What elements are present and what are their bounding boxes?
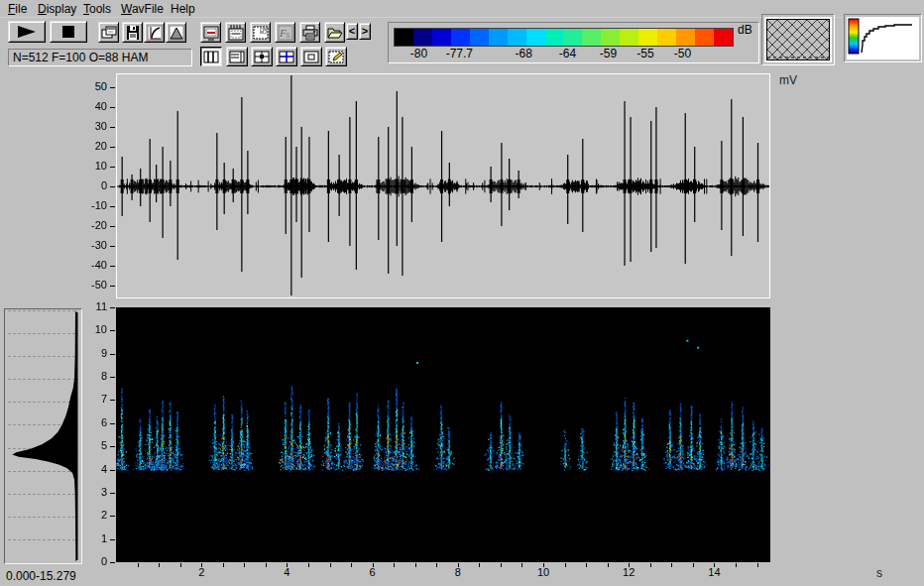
monitor-red-icon	[203, 25, 219, 41]
axis-tick	[757, 563, 758, 567]
layout-quad-button[interactable]	[251, 47, 273, 66]
transfer-curve-button[interactable]	[144, 22, 165, 43]
axis-tick	[436, 563, 437, 567]
colorbar-segment	[601, 29, 620, 46]
spectrogram-xtick-label: 10	[534, 566, 552, 578]
waveform-ytick-label: -40	[79, 259, 107, 271]
axis-tick	[671, 563, 672, 567]
time-range-label: 0.000-15.279	[6, 569, 76, 583]
colorbar-segment	[563, 29, 582, 46]
axis-tick	[650, 563, 651, 567]
axis-tick	[110, 266, 115, 267]
print-icon	[302, 25, 318, 41]
spectrogram-xtick-label: 4	[278, 566, 295, 578]
menu-help[interactable]: Help	[169, 2, 202, 16]
scroll-left-button[interactable]: <	[346, 23, 358, 40]
spectrogram-display[interactable]	[116, 307, 770, 562]
fs-icon: Fs	[278, 25, 293, 41]
shaded-region-button[interactable]	[250, 22, 271, 43]
menu-wavfile[interactable]: WavFile	[119, 2, 173, 16]
waveform-ytick-label: 30	[79, 120, 107, 132]
menu-file[interactable]: File	[6, 2, 36, 16]
colorbar-segment	[620, 29, 638, 46]
colorbar-tick-label: -50	[674, 47, 691, 60]
axis-tick	[565, 563, 566, 567]
menu-display[interactable]: Display	[36, 2, 83, 16]
layout-inner-box-icon	[303, 50, 319, 64]
colorbar-tick-label: -68	[515, 47, 531, 60]
scroll-right-button[interactable]: >	[359, 23, 371, 40]
axis-tick	[110, 539, 115, 540]
axis-tick	[330, 563, 331, 567]
layout-top-rows-button[interactable]	[226, 47, 248, 66]
spectrum-peak-icon	[169, 25, 184, 41]
axis-tick	[394, 563, 395, 567]
colorbar-segment	[676, 29, 695, 46]
axis-tick	[521, 563, 522, 567]
colorbar-segment	[582, 29, 601, 46]
spectrogram-ytick-label: 4	[79, 463, 107, 475]
colorbar-segment	[432, 29, 451, 46]
spectrogram-ytick-label: 0	[79, 555, 107, 567]
axis-tick	[308, 563, 309, 567]
axis-tick	[110, 87, 115, 88]
overview-hatch-panel[interactable]	[761, 14, 835, 65]
axis-tick	[110, 516, 115, 517]
colorbar-tick-label: -77.7	[446, 47, 473, 60]
layout-inner-box-button[interactable]	[300, 47, 322, 66]
waveform-ytick-label: 10	[79, 160, 107, 172]
overview-hatch-area	[766, 19, 830, 60]
colorbar-segment	[695, 29, 714, 46]
spectrum-histogram-display	[6, 310, 80, 562]
axis-tick	[693, 563, 694, 567]
colorbar-segment	[470, 29, 489, 46]
colorbar-segment	[526, 29, 545, 46]
menu-tools[interactable]: Tools	[81, 2, 121, 16]
colorbar-segment	[413, 29, 432, 46]
axis-tick	[110, 470, 115, 471]
waveform-ytick-label: 40	[79, 100, 107, 112]
axis-tick	[110, 186, 115, 187]
print-button[interactable]	[299, 22, 320, 43]
colorbar-segment	[489, 29, 508, 46]
cascade-windows-button[interactable]	[98, 22, 119, 43]
edit-note-button[interactable]	[325, 47, 347, 66]
axis-tick	[586, 563, 587, 567]
axis-tick	[110, 286, 115, 287]
stop-icon	[61, 25, 75, 39]
checker-box-icon	[253, 25, 269, 41]
sampling-rate-button[interactable]: Fs	[275, 22, 295, 43]
stop-button[interactable]	[50, 21, 87, 43]
spectrogram-ytick-label: 8	[79, 370, 107, 382]
spectrogram-ytick-label: 2	[79, 509, 107, 521]
axis-tick	[110, 307, 115, 308]
spectrogram-options-button[interactable]	[225, 22, 246, 43]
axis-tick	[159, 563, 160, 567]
colorbar-tick-label: -64	[559, 47, 576, 60]
axis-tick	[110, 127, 115, 128]
colormap-curve-panel[interactable]	[844, 14, 922, 62]
fft-status-box: N=512 F=100 O=88 HAM	[8, 49, 192, 66]
waveform-display[interactable]	[117, 74, 769, 297]
chevron-right-icon: >	[362, 26, 368, 37]
spectrum-peak-button[interactable]	[166, 22, 186, 43]
layout-quad-cross-button[interactable]	[276, 47, 297, 66]
play-button[interactable]	[8, 21, 46, 43]
colorbar-tick-label: -59	[600, 47, 617, 60]
colorbar-segment	[638, 29, 657, 46]
save-icon	[125, 25, 141, 41]
colorbar-gradient	[394, 28, 734, 47]
colormap-curve-icon	[847, 17, 915, 56]
display-monitor-button[interactable]	[200, 22, 221, 43]
spectrogram-ytick-label: 7	[79, 393, 107, 405]
layout-columns-button[interactable]	[200, 47, 222, 66]
colorbar-tick-label: -55	[636, 47, 653, 60]
edit-note-icon	[328, 50, 344, 64]
axis-tick	[110, 167, 115, 168]
layout-top-rows-icon	[229, 50, 245, 64]
save-button[interactable]	[122, 22, 143, 43]
chevron-left-icon: <	[349, 26, 355, 37]
spectrogram-ytick-label: 3	[79, 486, 107, 498]
open-file-button[interactable]	[324, 22, 345, 43]
time-unit-label: s	[876, 566, 882, 580]
